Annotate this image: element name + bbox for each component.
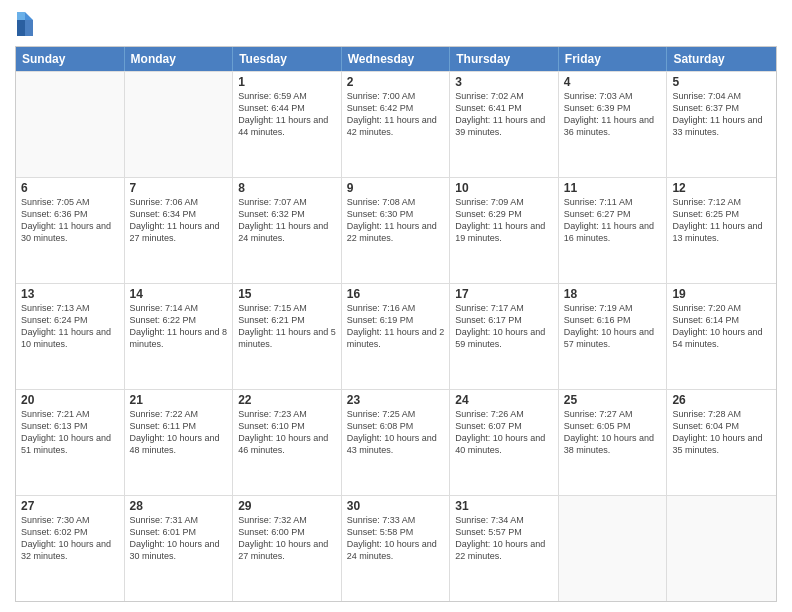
cell-day-number: 19: [672, 287, 771, 301]
calendar-header-cell: Friday: [559, 47, 668, 71]
cell-day-number: 6: [21, 181, 119, 195]
cell-day-number: 29: [238, 499, 336, 513]
cell-day-number: 14: [130, 287, 228, 301]
calendar-row: 27Sunrise: 7:30 AM Sunset: 6:02 PM Dayli…: [16, 495, 776, 601]
calendar-cell: [125, 72, 234, 177]
cell-info: Sunrise: 7:19 AM Sunset: 6:16 PM Dayligh…: [564, 302, 662, 351]
calendar-cell: 9Sunrise: 7:08 AM Sunset: 6:30 PM Daylig…: [342, 178, 451, 283]
calendar-row: 20Sunrise: 7:21 AM Sunset: 6:13 PM Dayli…: [16, 389, 776, 495]
cell-day-number: 23: [347, 393, 445, 407]
svg-marker-2: [17, 20, 25, 36]
cell-info: Sunrise: 7:06 AM Sunset: 6:34 PM Dayligh…: [130, 196, 228, 245]
cell-day-number: 1: [238, 75, 336, 89]
cell-info: Sunrise: 7:15 AM Sunset: 6:21 PM Dayligh…: [238, 302, 336, 351]
cell-info: Sunrise: 7:25 AM Sunset: 6:08 PM Dayligh…: [347, 408, 445, 457]
calendar-header-cell: Sunday: [16, 47, 125, 71]
cell-info: Sunrise: 7:05 AM Sunset: 6:36 PM Dayligh…: [21, 196, 119, 245]
cell-day-number: 12: [672, 181, 771, 195]
calendar-cell: 17Sunrise: 7:17 AM Sunset: 6:17 PM Dayli…: [450, 284, 559, 389]
cell-info: Sunrise: 7:11 AM Sunset: 6:27 PM Dayligh…: [564, 196, 662, 245]
calendar-cell: 26Sunrise: 7:28 AM Sunset: 6:04 PM Dayli…: [667, 390, 776, 495]
calendar-header-cell: Monday: [125, 47, 234, 71]
cell-day-number: 27: [21, 499, 119, 513]
cell-day-number: 16: [347, 287, 445, 301]
cell-info: Sunrise: 7:20 AM Sunset: 6:14 PM Dayligh…: [672, 302, 771, 351]
cell-info: Sunrise: 7:13 AM Sunset: 6:24 PM Dayligh…: [21, 302, 119, 351]
calendar-cell: 5Sunrise: 7:04 AM Sunset: 6:37 PM Daylig…: [667, 72, 776, 177]
calendar-cell: 8Sunrise: 7:07 AM Sunset: 6:32 PM Daylig…: [233, 178, 342, 283]
cell-day-number: 21: [130, 393, 228, 407]
cell-day-number: 18: [564, 287, 662, 301]
calendar-cell: 12Sunrise: 7:12 AM Sunset: 6:25 PM Dayli…: [667, 178, 776, 283]
calendar-header-cell: Tuesday: [233, 47, 342, 71]
cell-info: Sunrise: 7:27 AM Sunset: 6:05 PM Dayligh…: [564, 408, 662, 457]
cell-day-number: 3: [455, 75, 553, 89]
calendar-cell: 13Sunrise: 7:13 AM Sunset: 6:24 PM Dayli…: [16, 284, 125, 389]
cell-day-number: 5: [672, 75, 771, 89]
cell-day-number: 15: [238, 287, 336, 301]
header: [15, 10, 777, 38]
calendar-cell: 22Sunrise: 7:23 AM Sunset: 6:10 PM Dayli…: [233, 390, 342, 495]
calendar: SundayMondayTuesdayWednesdayThursdayFrid…: [15, 46, 777, 602]
cell-day-number: 25: [564, 393, 662, 407]
cell-day-number: 28: [130, 499, 228, 513]
calendar-cell: 24Sunrise: 7:26 AM Sunset: 6:07 PM Dayli…: [450, 390, 559, 495]
cell-info: Sunrise: 7:17 AM Sunset: 6:17 PM Dayligh…: [455, 302, 553, 351]
calendar-row: 1Sunrise: 6:59 AM Sunset: 6:44 PM Daylig…: [16, 71, 776, 177]
cell-info: Sunrise: 7:31 AM Sunset: 6:01 PM Dayligh…: [130, 514, 228, 563]
cell-info: Sunrise: 7:03 AM Sunset: 6:39 PM Dayligh…: [564, 90, 662, 139]
calendar-cell: 10Sunrise: 7:09 AM Sunset: 6:29 PM Dayli…: [450, 178, 559, 283]
calendar-row: 13Sunrise: 7:13 AM Sunset: 6:24 PM Dayli…: [16, 283, 776, 389]
cell-day-number: 22: [238, 393, 336, 407]
logo: [15, 10, 39, 38]
svg-marker-0: [25, 12, 33, 20]
cell-info: Sunrise: 7:09 AM Sunset: 6:29 PM Dayligh…: [455, 196, 553, 245]
calendar-cell: 31Sunrise: 7:34 AM Sunset: 5:57 PM Dayli…: [450, 496, 559, 601]
cell-info: Sunrise: 6:59 AM Sunset: 6:44 PM Dayligh…: [238, 90, 336, 139]
cell-day-number: 13: [21, 287, 119, 301]
cell-info: Sunrise: 7:28 AM Sunset: 6:04 PM Dayligh…: [672, 408, 771, 457]
calendar-cell: 15Sunrise: 7:15 AM Sunset: 6:21 PM Dayli…: [233, 284, 342, 389]
cell-day-number: 30: [347, 499, 445, 513]
cell-day-number: 20: [21, 393, 119, 407]
cell-day-number: 31: [455, 499, 553, 513]
cell-info: Sunrise: 7:21 AM Sunset: 6:13 PM Dayligh…: [21, 408, 119, 457]
cell-info: Sunrise: 7:14 AM Sunset: 6:22 PM Dayligh…: [130, 302, 228, 351]
svg-marker-3: [17, 12, 25, 20]
calendar-cell: 2Sunrise: 7:00 AM Sunset: 6:42 PM Daylig…: [342, 72, 451, 177]
calendar-cell: 6Sunrise: 7:05 AM Sunset: 6:36 PM Daylig…: [16, 178, 125, 283]
calendar-cell: 19Sunrise: 7:20 AM Sunset: 6:14 PM Dayli…: [667, 284, 776, 389]
logo-icon: [15, 10, 35, 38]
cell-day-number: 11: [564, 181, 662, 195]
cell-info: Sunrise: 7:23 AM Sunset: 6:10 PM Dayligh…: [238, 408, 336, 457]
cell-info: Sunrise: 7:33 AM Sunset: 5:58 PM Dayligh…: [347, 514, 445, 563]
calendar-cell: 20Sunrise: 7:21 AM Sunset: 6:13 PM Dayli…: [16, 390, 125, 495]
calendar-cell: [16, 72, 125, 177]
calendar-header-cell: Thursday: [450, 47, 559, 71]
cell-day-number: 10: [455, 181, 553, 195]
calendar-body: 1Sunrise: 6:59 AM Sunset: 6:44 PM Daylig…: [16, 71, 776, 601]
cell-day-number: 24: [455, 393, 553, 407]
cell-info: Sunrise: 7:30 AM Sunset: 6:02 PM Dayligh…: [21, 514, 119, 563]
calendar-cell: 4Sunrise: 7:03 AM Sunset: 6:39 PM Daylig…: [559, 72, 668, 177]
calendar-cell: 18Sunrise: 7:19 AM Sunset: 6:16 PM Dayli…: [559, 284, 668, 389]
cell-day-number: 17: [455, 287, 553, 301]
calendar-cell: 27Sunrise: 7:30 AM Sunset: 6:02 PM Dayli…: [16, 496, 125, 601]
cell-day-number: 7: [130, 181, 228, 195]
calendar-cell: 28Sunrise: 7:31 AM Sunset: 6:01 PM Dayli…: [125, 496, 234, 601]
calendar-cell: [559, 496, 668, 601]
cell-info: Sunrise: 7:12 AM Sunset: 6:25 PM Dayligh…: [672, 196, 771, 245]
page: SundayMondayTuesdayWednesdayThursdayFrid…: [0, 0, 792, 612]
cell-day-number: 9: [347, 181, 445, 195]
calendar-cell: [667, 496, 776, 601]
cell-day-number: 2: [347, 75, 445, 89]
cell-info: Sunrise: 7:34 AM Sunset: 5:57 PM Dayligh…: [455, 514, 553, 563]
calendar-cell: 1Sunrise: 6:59 AM Sunset: 6:44 PM Daylig…: [233, 72, 342, 177]
calendar-row: 6Sunrise: 7:05 AM Sunset: 6:36 PM Daylig…: [16, 177, 776, 283]
calendar-cell: 7Sunrise: 7:06 AM Sunset: 6:34 PM Daylig…: [125, 178, 234, 283]
cell-info: Sunrise: 7:02 AM Sunset: 6:41 PM Dayligh…: [455, 90, 553, 139]
cell-info: Sunrise: 7:04 AM Sunset: 6:37 PM Dayligh…: [672, 90, 771, 139]
calendar-cell: 21Sunrise: 7:22 AM Sunset: 6:11 PM Dayli…: [125, 390, 234, 495]
calendar-cell: 11Sunrise: 7:11 AM Sunset: 6:27 PM Dayli…: [559, 178, 668, 283]
calendar-cell: 23Sunrise: 7:25 AM Sunset: 6:08 PM Dayli…: [342, 390, 451, 495]
